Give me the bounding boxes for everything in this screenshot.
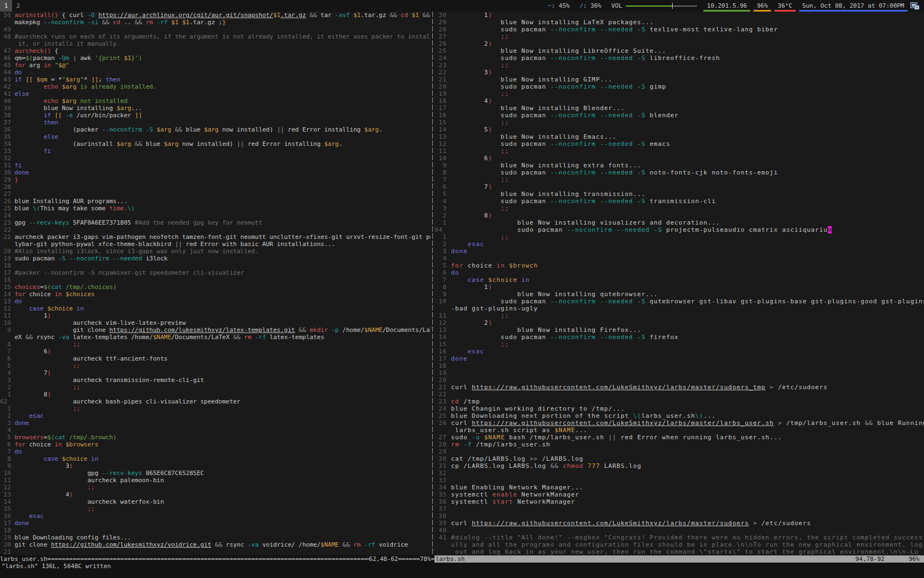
code-row: 22 [435, 391, 924, 398]
volume-slider[interactable] [626, 3, 697, 9]
system-tray[interactable] [909, 0, 921, 12]
code-row: 28 [0, 183, 431, 190]
code-row: 15 ;; [435, 341, 924, 348]
code-row: 10 6) [435, 155, 924, 162]
monitor-icon [910, 2, 920, 10]
code-row: 12 case $choice in [0, 305, 431, 312]
code-row: 19 blue Downloading config files... [0, 534, 431, 541]
code-row: 23 gpg --recv-keys 5FAF0A6EE7371805 #Add… [0, 219, 431, 226]
code-row: 11 1) [0, 312, 431, 319]
code-row: larbs_user.sh script as $NAME... [435, 427, 924, 434]
code-row: 13 blue Now installing Firefox... [435, 326, 924, 334]
code-row: 13 do [0, 298, 431, 305]
code-row: 45 for arg in "$@" [0, 62, 431, 69]
ip-address: 10.201.5.96 [702, 0, 752, 12]
code-row: 62 aurcheck bash-pipes cli-visualizer sp… [0, 398, 431, 405]
vim-statusline-row: larbs_user.sh===========================… [0, 555, 924, 563]
code-row: 40 [435, 527, 924, 534]
date-time: Sun, Oct 08, 2017 at 07:00PM [798, 0, 909, 12]
code-row: 1 ;; [0, 405, 431, 412]
code-row: 33 fi [0, 148, 431, 155]
code-row: 9 blue Now installing qutebrowser... [435, 291, 924, 298]
code-row: 22 3) [435, 69, 924, 76]
code-row: 34 blue Enabling Network Manager... [435, 484, 924, 491]
code-row: 7 do [0, 448, 431, 455]
code-row: 27 sudo -u $NAME bash /tmp/larbs_user.sh… [435, 434, 924, 441]
code-row: 9 git clone https://github.com/lukesmith… [0, 326, 431, 334]
code-row: 16 esac [435, 348, 924, 355]
code-row: 27 [0, 190, 431, 198]
code-row: 17 done [0, 520, 431, 527]
code-row: 7 case $choice in [435, 276, 924, 283]
statusline-inactive: larbs_user.sh===========================… [0, 555, 435, 563]
code-row: 17 blue Now installing Blender... [435, 105, 924, 112]
volume-module: VOL [606, 0, 702, 12]
code-row: ully and all the programs and configurat… [435, 541, 924, 548]
code-row: 11 ;; [435, 148, 924, 155]
code-row: 21 aurcheck packer i3-gaps vim-pathogen … [0, 233, 431, 241]
disk-home-usage: ~: 45% [543, 0, 575, 12]
code-row: 5 ;; [0, 362, 431, 369]
code-row: 24 sudo pacman --noconfirm --needed -S l… [435, 54, 924, 62]
code-row: 3 ;; [435, 205, 924, 212]
code-row: 23 ;; [435, 62, 924, 69]
code-row: 26 2) [435, 40, 924, 47]
statusline-left-ruler: 62,48-62 [369, 555, 398, 563]
code-row: 28 sudo pacman --noconfirm --needed -S t… [435, 26, 924, 33]
code-row: 3 aurcheck transmission-remote-cli-git [0, 377, 431, 384]
statusline-left-mid: ====== [398, 555, 420, 563]
code-row: lybar-git python-pywal xfce-theme-blackb… [0, 241, 431, 248]
code-row: 2 esac [435, 241, 924, 248]
workspace-tag-1[interactable]: 1 [0, 0, 12, 12]
code-row: 48 #aurcheck runs on each of its argumen… [0, 33, 431, 40]
code-row: 37 [435, 505, 924, 512]
code-row: 12 sudo pacman --noconfirm --needed -S e… [435, 140, 924, 148]
code-row: 18 4) [435, 97, 924, 105]
memory-usage: 96% [752, 0, 773, 12]
code-row: 13 blue Now installing Emacs... [435, 133, 924, 140]
workspace-tag-2[interactable]: 2 [12, 0, 24, 12]
bar-spacer [24, 0, 543, 12]
code-row: 5 blue Now installing transmission... [435, 190, 924, 198]
code-row: 21 [0, 548, 431, 555]
code-row: 26 curl https://raw.githubusercontent.co… [435, 419, 924, 427]
code-row: 3 done [0, 419, 431, 427]
code-row: 12 2) [435, 319, 924, 326]
code-row: 6 for choice in $browsers [0, 441, 431, 448]
right-pane-code[interactable]: 30 1) 29 blue Now installing LaTeX packa… [435, 12, 924, 555]
code-row: -bad gst-plugins-ugly [435, 305, 924, 312]
code-row: 18 [0, 262, 431, 269]
code-row: 32 [435, 470, 924, 477]
code-row: 4 [435, 255, 924, 262]
statusline-right-ruler: 94,78-92 [855, 555, 884, 563]
code-row: 2 8) [435, 212, 924, 219]
code-row: 5 for choice in $browch [435, 262, 924, 269]
code-row: 7 6) [0, 348, 431, 355]
code-row: 8 sudo pacman --noconfirm --needed -S no… [435, 169, 924, 176]
code-row: 20 [435, 377, 924, 384]
code-row: 1 8) [0, 391, 431, 398]
statusline-right-percent: 96% [909, 555, 920, 563]
left-pane-code[interactable]: 50 aurinstall() { curl -O https://aur.ar… [0, 12, 431, 555]
code-row: 8 case $choice in [0, 455, 431, 462]
code-row: 10 sudo pacman --noconfirm --needed -S q… [435, 298, 924, 305]
code-row: 35 else [0, 133, 431, 140]
code-row: 38 if [[ -e /usr/bin/packer ]] [0, 112, 431, 119]
code-row: 44 do [0, 69, 431, 76]
code-row: 16 [0, 276, 431, 283]
code-row: 26 blue Installing AUR programs... [0, 198, 431, 205]
temp-underline [774, 10, 796, 12]
code-row: 40 echo $arg not installed [0, 97, 431, 105]
code-row: 6 do [435, 269, 924, 276]
vim-command-line: "larbs.sh" 136L, 5648C written [0, 563, 924, 570]
code-row: 21 blue Now installing GIMP... [435, 76, 924, 83]
workspace-tags: 1 2 [0, 0, 24, 12]
code-row: 33 [435, 477, 924, 484]
statusline-fill: ========================================… [47, 555, 369, 563]
vertical-split-separator[interactable] [431, 12, 435, 555]
code-row: 25 blue Downloading next portion of the … [435, 412, 924, 419]
code-row: 30 done [0, 169, 431, 176]
code-row: 41 else [0, 90, 431, 97]
code-row: 42 echo $arg is already installed. [0, 83, 431, 90]
code-row: 8 ;; [0, 341, 431, 348]
